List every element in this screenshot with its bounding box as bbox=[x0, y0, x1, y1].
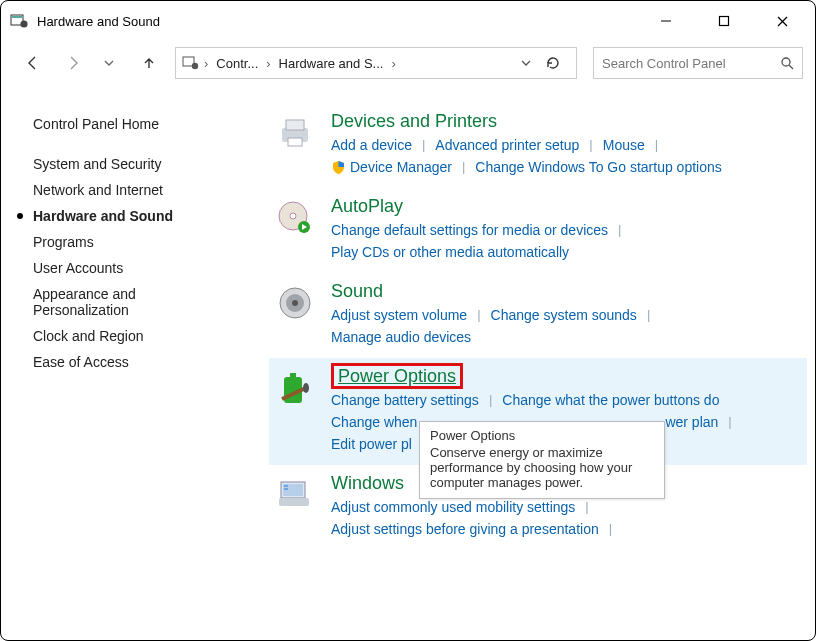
link-device-manager[interactable]: Device Manager bbox=[350, 156, 452, 178]
breadcrumb-part[interactable]: Contr... bbox=[212, 56, 262, 71]
link-adjust-volume[interactable]: Adjust system volume bbox=[331, 304, 467, 326]
category-list: Devices and Printers Add a device| Advan… bbox=[253, 103, 807, 630]
category-heading[interactable]: AutoPlay bbox=[331, 196, 801, 217]
link-power-buttons[interactable]: Change what the power buttons do bbox=[502, 389, 719, 411]
category-autoplay: AutoPlay Change default settings for med… bbox=[269, 188, 807, 273]
minimize-button[interactable] bbox=[651, 6, 681, 36]
svg-rect-4 bbox=[720, 17, 729, 26]
svg-line-10 bbox=[789, 65, 793, 69]
search-placeholder: Search Control Panel bbox=[602, 56, 726, 71]
refresh-button[interactable] bbox=[536, 47, 570, 79]
svg-rect-25 bbox=[279, 498, 309, 506]
link-power-plan-partial[interactable]: wer plan bbox=[665, 411, 718, 433]
maximize-button[interactable] bbox=[709, 6, 739, 36]
mobility-icon bbox=[275, 475, 315, 515]
chevron-right-icon: › bbox=[391, 56, 395, 71]
chevron-right-icon: › bbox=[266, 56, 270, 71]
title-bar: Hardware and Sound bbox=[1, 1, 815, 41]
sidebar-item-user-accounts[interactable]: User Accounts bbox=[33, 255, 253, 281]
speaker-icon bbox=[275, 283, 315, 323]
category-sound: Sound Adjust system volume| Change syste… bbox=[269, 273, 807, 358]
link-mouse[interactable]: Mouse bbox=[603, 134, 645, 156]
sidebar-item-system-security[interactable]: System and Security bbox=[33, 151, 253, 177]
category-devices-printers: Devices and Printers Add a device| Advan… bbox=[269, 103, 807, 188]
svg-point-2 bbox=[20, 20, 27, 27]
sidebar-home[interactable]: Control Panel Home bbox=[33, 111, 253, 137]
link-advanced-printer[interactable]: Advanced printer setup bbox=[435, 134, 579, 156]
back-button[interactable] bbox=[21, 51, 45, 75]
printer-icon bbox=[275, 113, 315, 153]
battery-icon bbox=[275, 368, 315, 408]
svg-point-15 bbox=[290, 213, 296, 219]
sidebar-item-hardware-sound[interactable]: Hardware and Sound bbox=[33, 203, 253, 229]
sidebar-item-ease-access[interactable]: Ease of Access bbox=[33, 349, 253, 375]
category-heading[interactable]: Devices and Printers bbox=[331, 111, 801, 132]
svg-point-19 bbox=[292, 300, 298, 306]
link-windows-to-go[interactable]: Change Windows To Go startup options bbox=[475, 156, 721, 178]
autoplay-icon bbox=[275, 198, 315, 238]
svg-point-8 bbox=[192, 63, 198, 69]
main-area: Control Panel Home System and Security N… bbox=[1, 85, 815, 640]
category-heading[interactable]: Sound bbox=[331, 281, 801, 302]
chevron-down-icon[interactable] bbox=[520, 57, 532, 69]
svg-rect-21 bbox=[290, 373, 296, 378]
sidebar: Control Panel Home System and Security N… bbox=[33, 103, 253, 630]
window-controls bbox=[651, 6, 807, 36]
link-presentation-settings[interactable]: Adjust settings before giving a presenta… bbox=[331, 518, 599, 540]
sidebar-item-programs[interactable]: Programs bbox=[33, 229, 253, 255]
link-system-sounds[interactable]: Change system sounds bbox=[491, 304, 637, 326]
tooltip-body: Conserve energy or maximize performance … bbox=[430, 445, 654, 490]
forward-button[interactable] bbox=[61, 51, 85, 75]
shield-icon bbox=[331, 160, 346, 175]
svg-point-9 bbox=[782, 58, 790, 66]
recent-dropdown-icon[interactable] bbox=[97, 51, 121, 75]
svg-rect-13 bbox=[288, 138, 302, 146]
link-battery-settings[interactable]: Change battery settings bbox=[331, 389, 479, 411]
nav-toolbar: › Contr... › Hardware and S... › Search … bbox=[1, 41, 815, 85]
search-input[interactable]: Search Control Panel bbox=[593, 47, 803, 79]
svg-rect-12 bbox=[286, 120, 304, 130]
link-change-when[interactable]: Change when bbox=[331, 411, 417, 433]
link-play-cds[interactable]: Play CDs or other media automatically bbox=[331, 241, 569, 263]
breadcrumb-part[interactable]: Hardware and S... bbox=[275, 56, 388, 71]
svg-rect-1 bbox=[12, 16, 22, 18]
window-title: Hardware and Sound bbox=[37, 14, 160, 29]
tooltip: Power Options Conserve energy or maximiz… bbox=[419, 421, 665, 499]
tooltip-title: Power Options bbox=[430, 428, 654, 443]
search-icon bbox=[780, 56, 794, 70]
chevron-right-icon: › bbox=[204, 56, 208, 71]
breadcrumb-root-icon bbox=[182, 54, 200, 72]
link-edit-power-plan-partial[interactable]: Edit power pl bbox=[331, 433, 412, 455]
link-add-device[interactable]: Add a device bbox=[331, 134, 412, 156]
sidebar-item-network-internet[interactable]: Network and Internet bbox=[33, 177, 253, 203]
link-audio-devices[interactable]: Manage audio devices bbox=[331, 326, 471, 348]
highlighted-heading[interactable]: Power Options bbox=[331, 363, 463, 389]
control-panel-icon bbox=[9, 11, 29, 31]
close-button[interactable] bbox=[767, 6, 797, 36]
link-change-defaults[interactable]: Change default settings for media or dev… bbox=[331, 219, 608, 241]
link-mobility-settings[interactable]: Adjust commonly used mobility settings bbox=[331, 496, 575, 518]
sidebar-item-clock-region[interactable]: Clock and Region bbox=[33, 323, 253, 349]
sidebar-item-appearance[interactable]: Appearance and Personalization bbox=[33, 281, 193, 323]
breadcrumb[interactable]: › Contr... › Hardware and S... › bbox=[175, 47, 577, 79]
up-button[interactable] bbox=[137, 51, 161, 75]
svg-point-22 bbox=[303, 383, 309, 393]
category-heading[interactable]: Power Options bbox=[331, 366, 801, 387]
